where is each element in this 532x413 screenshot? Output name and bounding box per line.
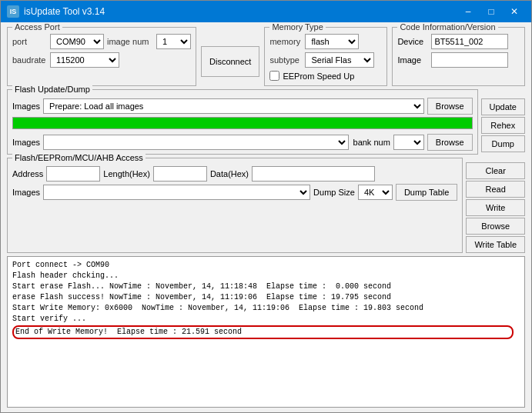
write-button[interactable]: Write bbox=[466, 199, 525, 216]
memory-select[interactable]: flash bbox=[305, 34, 359, 49]
images1-row: Images Prepare: Load all images Browse bbox=[12, 98, 473, 115]
bank-num-label: bank num bbox=[353, 138, 390, 147]
access-images-select[interactable] bbox=[43, 185, 310, 200]
port-row: port COM90 image num 1 bbox=[12, 34, 191, 49]
subtype-select[interactable]: Serial Flas bbox=[305, 52, 374, 68]
device-label: Device bbox=[397, 37, 428, 46]
write-table-button[interactable]: Write Table bbox=[466, 236, 525, 253]
access-area: Flash/EEPRom/MCU/AHB Access Address Leng… bbox=[7, 158, 525, 253]
baudrate-label: baudrate bbox=[12, 55, 47, 65]
disconnect-area: Disconnect bbox=[201, 27, 259, 86]
read-button[interactable]: Read bbox=[466, 181, 525, 198]
log-line: Flash header chcking... bbox=[12, 271, 520, 281]
app-icon: IS bbox=[7, 5, 19, 18]
window-title: isUpdate Tool v3.14 bbox=[24, 6, 457, 17]
flash-right-buttons: Update Rehex Dump bbox=[481, 89, 525, 155]
log-line: erase Flash success! NowTime : November,… bbox=[12, 292, 520, 303]
address-label: Address bbox=[12, 169, 43, 178]
subtype-row: subtype Serial Flas bbox=[269, 52, 382, 68]
browse1-button[interactable]: Browse bbox=[427, 98, 473, 115]
minimize-button[interactable]: – bbox=[457, 4, 479, 19]
memory-row: memory flash bbox=[269, 34, 382, 49]
flash-update-label: Flash Update/Dump bbox=[12, 85, 92, 94]
image-input[interactable] bbox=[431, 52, 508, 68]
bank-num-select[interactable] bbox=[393, 135, 424, 150]
main-content: Access Port port COM90 image num 1 baudr… bbox=[1, 22, 531, 412]
maximize-button[interactable]: □ bbox=[480, 4, 502, 19]
subtype-label: subtype bbox=[269, 55, 302, 65]
dump-table-button[interactable]: Dump Table bbox=[396, 184, 458, 201]
image-row: Image bbox=[397, 52, 520, 68]
log-line: Start Write Memory: 0x6000 NowTime : Nov… bbox=[12, 303, 520, 314]
images2-label: Images bbox=[12, 138, 40, 147]
flash-update-group: Flash Update/Dump Images Prepare: Load a… bbox=[7, 89, 478, 155]
port-select[interactable]: COM90 bbox=[50, 34, 104, 49]
length-label: Length(Hex) bbox=[103, 169, 150, 178]
data-input[interactable] bbox=[252, 166, 375, 182]
title-bar: IS isUpdate Tool v3.14 – □ ✕ bbox=[1, 1, 531, 22]
memory-type-label: Memory Type bbox=[269, 22, 325, 32]
image-num-label: image num bbox=[107, 37, 153, 46]
code-info-group: Code Information/Version Device Image bbox=[392, 27, 525, 86]
images1-label: Images bbox=[12, 102, 40, 111]
window-controls: – □ ✕ bbox=[457, 4, 525, 19]
access-right-buttons: Clear Read Write Browse Write Table bbox=[466, 158, 525, 253]
clear-button[interactable]: Clear bbox=[466, 162, 525, 179]
images-label2: Images bbox=[12, 188, 40, 197]
baudrate-row: baudrate 115200 bbox=[12, 52, 191, 68]
access-label: Flash/EEPRom/MCU/AHB Access bbox=[12, 153, 146, 162]
dump-size-select[interactable]: 4K 8K 16K bbox=[358, 185, 393, 200]
code-info-label: Code Information/Version bbox=[397, 22, 497, 32]
access-port-label: Access Port bbox=[12, 22, 62, 32]
eeprom-checkbox-label: EEProm Speed Up bbox=[283, 72, 354, 81]
log-line: Start erase Flash... NowTime : November,… bbox=[12, 281, 520, 292]
log-line: Port connect -> COM90 bbox=[12, 260, 520, 271]
browse3-button[interactable]: Browse bbox=[466, 218, 525, 235]
addr-row: Address Length(Hex) Data(Hex) bbox=[12, 166, 457, 182]
close-button[interactable]: ✕ bbox=[504, 4, 525, 19]
access-port-group: Access Port port COM90 image num 1 baudr… bbox=[7, 27, 196, 86]
log-area: Port connect -> COM90Flash header chckin… bbox=[7, 256, 525, 408]
data-label: Data(Hex) bbox=[210, 169, 249, 178]
disconnect-button[interactable]: Disconnect bbox=[201, 46, 259, 77]
image-label: Image bbox=[397, 55, 428, 65]
browse2-button[interactable]: Browse bbox=[427, 134, 473, 151]
device-input[interactable] bbox=[431, 34, 508, 49]
log-line: Start verify ... bbox=[12, 314, 520, 325]
rehex-button[interactable]: Rehex bbox=[481, 117, 525, 134]
address-input[interactable] bbox=[46, 166, 100, 182]
progress-bar-fill bbox=[13, 118, 472, 128]
memory-type-group: Memory Type memory flash subtype Serial … bbox=[264, 27, 387, 86]
memory-label: memory bbox=[269, 37, 302, 46]
main-window: IS isUpdate Tool v3.14 – □ ✕ Access Port… bbox=[0, 0, 532, 413]
access-group: Flash/EEPRom/MCU/AHB Access Address Leng… bbox=[7, 158, 463, 253]
images1-select[interactable]: Prepare: Load all images bbox=[43, 98, 424, 114]
top-section: Access Port port COM90 image num 1 baudr… bbox=[7, 27, 525, 86]
length-input[interactable] bbox=[153, 166, 207, 182]
images2-select[interactable] bbox=[43, 135, 348, 150]
flash-dump-area: Flash Update/Dump Images Prepare: Load a… bbox=[7, 89, 525, 155]
eeprom-checkbox-row: EEProm Speed Up bbox=[269, 71, 382, 81]
image-num-select[interactable]: 1 bbox=[156, 34, 191, 49]
log-line: End of Write Memory! Elapse time : 21.59… bbox=[12, 325, 514, 339]
dump-size-label: Dump Size bbox=[313, 188, 355, 197]
images2-row: Images bank num Browse bbox=[12, 134, 473, 151]
eeprom-checkbox[interactable] bbox=[269, 71, 279, 81]
port-label: port bbox=[12, 37, 47, 46]
update-button[interactable]: Update bbox=[481, 98, 525, 115]
baudrate-select[interactable]: 115200 bbox=[50, 52, 119, 68]
browse-images-row: Images Dump Size 4K 8K 16K Dump Table bbox=[12, 184, 457, 201]
progress-bar-container bbox=[12, 117, 473, 129]
dump-button[interactable]: Dump bbox=[481, 135, 525, 152]
device-row: Device bbox=[397, 34, 520, 49]
